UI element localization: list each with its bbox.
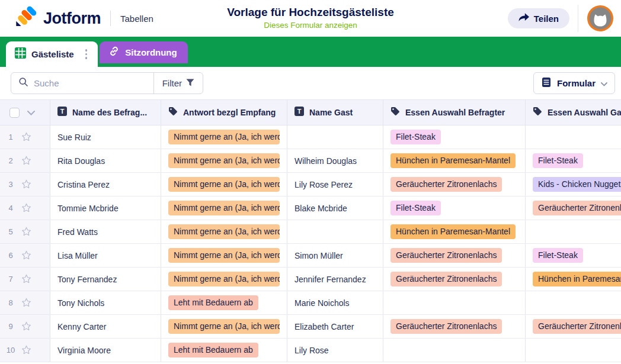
tab-gaesteliste[interactable]: Gästeliste	[6, 41, 98, 67]
rsvp-cell[interactable]: Nimmt gerne an (Ja, ich werde	[161, 173, 287, 196]
tag-pill: Nimmt gerne an (Ja, ich werde	[168, 130, 280, 144]
respondent-name-cell[interactable]: Kenny Carter	[50, 315, 161, 338]
table-row: 9Kenny CarterNimmt gerne an (Ja, ich wer…	[0, 315, 621, 339]
column-header-3[interactable]: TName Gast	[287, 100, 383, 125]
row-number-cell: 5	[0, 220, 50, 243]
form-menu-button[interactable]: Formular	[533, 72, 615, 94]
column-header-label: Antwort bezgl Empfang	[183, 108, 276, 117]
column-header-5[interactable]: Essen Auswahl Gast	[526, 100, 621, 125]
meal-guest-cell[interactable]	[526, 220, 621, 243]
filter-button[interactable]: Filter	[153, 73, 203, 94]
respondent-name-cell[interactable]: Fred Watts	[50, 220, 161, 243]
guest-name-cell[interactable]: Marie Noichols	[287, 291, 383, 314]
guest-name-cell[interactable]	[287, 220, 383, 243]
meal-guest-cell[interactable]: Filet-Steak	[526, 149, 621, 172]
respondent-name-cell[interactable]: Tony Fernandez	[50, 268, 161, 291]
row-number-cell: 6	[0, 244, 50, 267]
tag-icon	[168, 107, 178, 118]
column-header-2[interactable]: Antwort bezgl Empfang	[161, 100, 287, 125]
star-icon[interactable]	[21, 227, 31, 237]
respondent-name-cell[interactable]: Tony Nichols	[50, 291, 161, 314]
view-form-link[interactable]: Dieses Formular anzeigen	[264, 21, 357, 30]
meal-respondent-cell[interactable]: Filet-Steak	[383, 125, 526, 149]
rsvp-cell[interactable]: Nimmt gerne an (Ja, ich werde	[161, 125, 287, 149]
share-button[interactable]: Teilen	[508, 8, 569, 28]
share-button-label: Teilen	[534, 14, 559, 24]
tab-menu-kebab-icon[interactable]	[82, 47, 91, 62]
row-number-cell: 8	[0, 291, 50, 314]
meal-guest-cell[interactable]: Geräucherter Zitronenlachs	[526, 315, 621, 338]
filter-funnel-icon	[186, 78, 194, 89]
meal-respondent-cell[interactable]	[383, 291, 526, 314]
meal-respondent-cell[interactable]	[383, 339, 526, 362]
star-icon[interactable]	[21, 345, 31, 355]
meal-respondent-cell[interactable]: Hünchen in Paremesan-Mantel	[383, 220, 526, 243]
row-number: 4	[0, 204, 21, 212]
guest-name-cell[interactable]: Lily Rose	[287, 339, 383, 362]
tab-sitzordnung[interactable]: Sitzordnung	[100, 41, 187, 63]
guest-name-cell[interactable]: Blake Mcbride	[287, 197, 383, 220]
meal-respondent-cell[interactable]: Geräucherter Zitronenlachs	[383, 244, 526, 267]
guest-name-cell[interactable]: Jennifer Fernandez	[287, 268, 383, 291]
column-header-1[interactable]: TName des Befrag...	[50, 100, 161, 125]
column-header-4[interactable]: Essen Auswahl Befragter	[383, 100, 526, 125]
tag-pill: Nimmt gerne an (Ja, ich werde	[168, 319, 280, 334]
svg-text:T: T	[60, 108, 65, 115]
tab-strip: Gästeliste Sitzordnung	[0, 37, 621, 67]
rsvp-cell[interactable]: Leht mit Bedauern ab	[161, 291, 287, 314]
meal-respondent-cell[interactable]: Geräucherter Zitronenlachs	[383, 268, 526, 291]
meal-respondent-cell[interactable]: Filet-Steak	[383, 197, 526, 220]
tag-pill: Leht mit Bedauern ab	[168, 343, 258, 357]
guest-name-cell[interactable]: Wilheim Douglas	[287, 149, 383, 172]
meal-respondent-cell[interactable]: Geräucherter Zitronenlachs	[383, 173, 526, 196]
star-icon[interactable]	[21, 156, 31, 166]
respondent-name-cell[interactable]: Tommie Mcbride	[50, 197, 161, 220]
meal-guest-cell[interactable]	[526, 125, 621, 149]
guest-table: TName des Befrag...Antwort bezgl Empfang…	[0, 99, 621, 362]
rsvp-cell[interactable]: Leht mit Bedauern ab	[161, 339, 287, 362]
table-header-row: TName des Befrag...Antwort bezgl Empfang…	[0, 99, 621, 125]
search-input[interactable]	[34, 78, 153, 88]
header-chevron-down-icon[interactable]	[27, 107, 35, 118]
guest-name-cell[interactable]: Lily Rose Perez	[287, 173, 383, 196]
respondent-name-cell[interactable]: Lisa Müller	[50, 244, 161, 267]
rsvp-cell[interactable]: Nimmt gerne an (Ja, ich werde	[161, 220, 287, 243]
rsvp-cell[interactable]: Nimmt gerne an (Ja, ich werde	[161, 315, 287, 338]
tag-pill: Filet-Steak	[390, 130, 441, 144]
meal-guest-cell[interactable]: Geräucherter Zitronenlachs	[526, 197, 621, 220]
row-number: 2	[0, 156, 21, 165]
star-icon[interactable]	[21, 274, 31, 284]
meal-respondent-cell[interactable]: Hünchen in Paremesan-Mantel	[383, 149, 526, 172]
rsvp-cell[interactable]: Nimmt gerne an (Ja, ich werde	[161, 244, 287, 267]
respondent-name-cell[interactable]: Virginia Moore	[50, 339, 161, 362]
column-header-label: Essen Auswahl Gast	[548, 108, 621, 117]
row-number: 7	[0, 275, 21, 284]
star-icon[interactable]	[21, 203, 31, 213]
select-all-checkbox[interactable]	[9, 108, 20, 118]
table-row: 7Tony FernandezNimmt gerne an (Ja, ich w…	[0, 268, 621, 291]
respondent-name-cell[interactable]: Rita Douglas	[50, 149, 161, 172]
meal-guest-cell[interactable]: Kids - Chicken Nuggets	[526, 173, 621, 196]
tag-pill: Kids - Chicken Nuggets	[533, 177, 621, 192]
meal-guest-cell[interactable]	[526, 339, 621, 362]
rsvp-cell[interactable]: Nimmt gerne an (Ja, ich werde	[161, 197, 287, 220]
star-icon[interactable]	[21, 179, 31, 189]
star-icon[interactable]	[21, 321, 31, 331]
respondent-name-cell[interactable]: Sue Ruiz	[50, 125, 161, 149]
meal-guest-cell[interactable]: Filet-Steak	[526, 244, 621, 267]
star-icon[interactable]	[21, 250, 31, 260]
user-avatar[interactable]	[587, 5, 614, 32]
star-icon[interactable]	[21, 132, 31, 142]
rsvp-cell[interactable]: Nimmt gerne an (Ja, ich werde	[161, 268, 287, 291]
star-icon[interactable]	[21, 298, 31, 308]
guest-name-cell[interactable]: Elizabeth Carter	[287, 315, 383, 338]
respondent-name-cell[interactable]: Cristina Perez	[50, 173, 161, 196]
meal-respondent-cell[interactable]: Geräucherter Zitronenlachs	[383, 315, 526, 338]
tag-pill: Nimmt gerne an (Ja, ich werde	[168, 201, 280, 215]
row-number: 6	[0, 251, 21, 260]
guest-name-cell[interactable]	[287, 125, 383, 149]
rsvp-cell[interactable]: Nimmt gerne an (Ja, ich werde	[161, 149, 287, 172]
meal-guest-cell[interactable]: Hünchen in Paremesan-Mantel	[526, 268, 621, 291]
meal-guest-cell[interactable]	[526, 291, 621, 314]
guest-name-cell[interactable]: Simon Müller	[287, 244, 383, 267]
